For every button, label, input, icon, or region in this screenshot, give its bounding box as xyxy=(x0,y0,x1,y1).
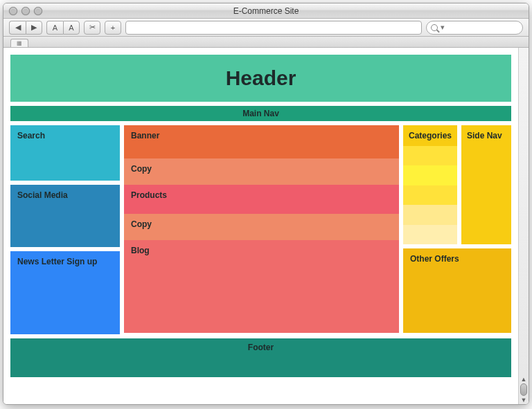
region-copy-1: Copy xyxy=(124,158,399,185)
font-small-label: A xyxy=(53,24,57,32)
back-button[interactable]: ◀ xyxy=(9,21,26,35)
region-copy-2: Copy xyxy=(124,214,399,240)
products-label: Products xyxy=(131,190,167,200)
category-item xyxy=(403,205,457,224)
category-item xyxy=(403,146,457,165)
search-label: Search xyxy=(17,131,45,140)
region-blog: Blog xyxy=(124,240,399,311)
region-header: Header xyxy=(10,55,511,102)
categories-items xyxy=(403,146,457,244)
main-nav-label: Main Nav xyxy=(242,109,279,118)
region-footer: Footer xyxy=(10,338,511,377)
font-large-label: A xyxy=(69,24,73,32)
region-blog-extend xyxy=(124,311,399,333)
category-item xyxy=(403,165,457,185)
region-other-offers: Other Offers xyxy=(403,248,511,333)
search-dropdown-icon: ▾ xyxy=(441,23,445,32)
right-top-group: Categories Side Nav xyxy=(403,125,511,244)
region-search: Search xyxy=(10,125,120,181)
tab-strip: ▦ xyxy=(3,37,529,48)
column-center: Banner Copy Products Copy Blog xyxy=(124,125,399,334)
footer-label: Footer xyxy=(248,343,274,352)
font-large-button[interactable]: A xyxy=(63,21,80,35)
back-icon: ◀ xyxy=(15,23,21,32)
vertical-scrollbar[interactable]: ▲ ▼ xyxy=(518,48,529,404)
forward-button[interactable]: ▶ xyxy=(26,21,42,35)
column-left: Search Social Media News Letter Sign up xyxy=(10,125,120,334)
add-button[interactable]: + xyxy=(105,21,121,35)
browser-window: E-Commerce Site ◀ ▶ A A ✂ + ▾ ▦ Header M… xyxy=(3,3,529,405)
scroll-up-icon[interactable]: ▲ xyxy=(519,375,529,383)
other-offers-label: Other Offers xyxy=(410,254,459,264)
copy2-label: Copy xyxy=(131,219,152,229)
font-small-button[interactable]: A xyxy=(46,21,63,35)
titlebar: E-Commerce Site xyxy=(3,3,529,19)
region-newsletter: News Letter Sign up xyxy=(10,251,120,334)
page-wireframe: Header Main Nav Search Social Media News… xyxy=(3,48,518,404)
column-right: Categories Side Nav xyxy=(403,125,511,334)
viewport: Header Main Nav Search Social Media News… xyxy=(3,48,529,404)
minimize-icon[interactable] xyxy=(21,7,30,15)
banner-label: Banner xyxy=(131,131,159,140)
region-products: Products xyxy=(124,185,399,214)
category-item xyxy=(403,225,457,244)
close-icon[interactable] xyxy=(9,7,17,15)
traffic-lights xyxy=(3,7,42,15)
browser-toolbar: ◀ ▶ A A ✂ + ▾ xyxy=(3,19,529,37)
newsletter-label: News Letter Sign up xyxy=(17,257,97,266)
region-banner: Banner xyxy=(124,125,399,158)
scroll-down-icon[interactable]: ▼ xyxy=(519,396,529,404)
region-categories: Categories xyxy=(403,125,457,244)
social-label: Social Media xyxy=(17,190,68,200)
window-title: E-Commerce Site xyxy=(3,6,529,16)
categories-label: Categories xyxy=(403,125,457,146)
search-icon xyxy=(431,24,438,31)
header-label: Header xyxy=(226,66,296,90)
blog-label: Blog xyxy=(131,246,150,255)
cut-button[interactable]: ✂ xyxy=(84,21,100,35)
search-field[interactable]: ▾ xyxy=(426,21,523,35)
region-main-nav: Main Nav xyxy=(10,106,511,121)
plus-icon: + xyxy=(111,24,115,32)
region-social-media: Social Media xyxy=(10,185,120,247)
category-item xyxy=(403,185,457,205)
region-side-nav: Side Nav xyxy=(461,125,511,244)
side-nav-label: Side Nav xyxy=(467,131,502,140)
copy1-label: Copy xyxy=(131,164,152,174)
columns: Search Social Media News Letter Sign up … xyxy=(10,125,511,334)
scroll-thumb[interactable] xyxy=(520,383,527,396)
zoom-icon[interactable] xyxy=(34,7,42,15)
forward-icon: ▶ xyxy=(31,23,37,32)
scissors-icon: ✂ xyxy=(89,23,96,32)
tab-thumbnail[interactable]: ▦ xyxy=(10,39,28,47)
address-bar[interactable] xyxy=(125,21,422,35)
